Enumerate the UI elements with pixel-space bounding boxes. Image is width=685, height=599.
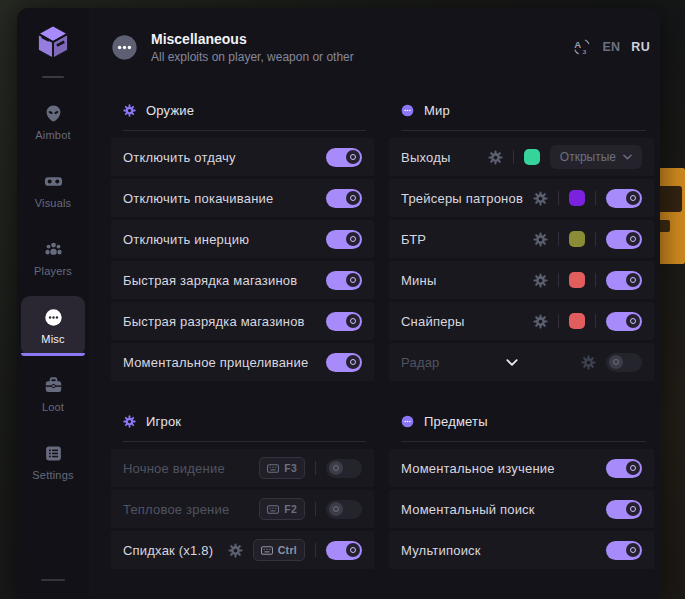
- briefcase-icon: [44, 376, 63, 395]
- language-en-button[interactable]: EN: [602, 40, 620, 54]
- separator: [315, 543, 316, 557]
- setting-row: Моментальный поиск: [389, 490, 654, 528]
- toggle-knob: [329, 461, 343, 475]
- section-title: Игрок: [146, 414, 181, 429]
- sidebar-item-loot[interactable]: Loot: [21, 364, 85, 424]
- toggle[interactable]: [326, 312, 362, 331]
- color-swatch[interactable]: [569, 272, 585, 288]
- toggle[interactable]: [606, 459, 642, 478]
- gear-icon[interactable]: [488, 150, 503, 165]
- toggle[interactable]: [606, 353, 642, 372]
- toggle[interactable]: [606, 500, 642, 519]
- color-swatch[interactable]: [569, 231, 585, 247]
- keybind-badge[interactable]: Ctrl: [253, 539, 305, 561]
- setting-label: Отключить инерцию: [123, 232, 316, 247]
- toggle[interactable]: [326, 271, 362, 290]
- keyboard-icon: [267, 464, 279, 473]
- toggle-knob: [626, 502, 640, 516]
- setting-label: Тепловое зрение: [123, 502, 249, 517]
- sidebar-item-settings[interactable]: Settings: [21, 432, 85, 492]
- toggle-knob: [626, 232, 640, 246]
- setting-row: Тепловое зрение F2: [111, 490, 374, 528]
- sidebar-item-label: Visuals: [35, 197, 72, 209]
- language-ru-button[interactable]: RU: [631, 40, 650, 54]
- section-weapon: Оружие Отключить отдачу Отключить покачи…: [111, 90, 374, 381]
- toggle[interactable]: [606, 312, 642, 331]
- sidebar-bottom-divider: [41, 579, 65, 581]
- setting-label: Мины: [401, 273, 523, 288]
- gear-icon[interactable]: [533, 314, 548, 329]
- section-title: Мир: [424, 103, 450, 118]
- toggle[interactable]: [326, 541, 362, 560]
- page-ellipsis-badge-icon: [111, 34, 138, 61]
- toggle[interactable]: [606, 189, 642, 208]
- setting-row: Мультипоиск: [389, 531, 654, 569]
- toggle[interactable]: [326, 189, 362, 208]
- gear-icon[interactable]: [533, 273, 548, 288]
- gear-icon[interactable]: [228, 543, 243, 558]
- exit-state-dropdown[interactable]: Открытые: [550, 145, 642, 169]
- app-logo-cube-icon: [31, 20, 75, 64]
- setting-row: БТР: [389, 220, 654, 258]
- toggle[interactable]: [606, 541, 642, 560]
- setting-label: Мультипоиск: [401, 543, 596, 558]
- color-swatch[interactable]: [569, 190, 585, 206]
- main-area: Miscellaneous All exploits on player, we…: [89, 8, 660, 599]
- sidebar-nav: Aimbot Visuals Players Misc Loot Set: [17, 92, 89, 500]
- sidebar-item-label: Aimbot: [35, 129, 70, 141]
- toggle-knob: [626, 543, 640, 557]
- setting-row: Быстрая разрядка магазинов: [111, 302, 374, 340]
- setting-label: БТР: [401, 232, 523, 247]
- sidebar-item-visuals[interactable]: Visuals: [21, 160, 85, 220]
- toggle-knob: [346, 543, 360, 557]
- sidebar-item-players[interactable]: Players: [21, 228, 85, 288]
- setting-row: Выходы Открытые: [389, 138, 654, 176]
- setting-row: Мины: [389, 261, 654, 299]
- sidebar-item-aimbot[interactable]: Aimbot: [21, 92, 85, 152]
- setting-label: Моментальное прицеливание: [123, 355, 316, 370]
- sidebar-item-misc[interactable]: Misc: [21, 296, 85, 356]
- toggle-knob: [609, 355, 623, 369]
- people-icon: [44, 240, 63, 259]
- expand-chevron-down-icon[interactable]: [506, 359, 518, 366]
- section-title: Предметы: [424, 414, 488, 429]
- toggle[interactable]: [606, 271, 642, 290]
- section-divider: [123, 130, 366, 131]
- section-world: Мир Выходы Открытые Трейсе: [389, 90, 654, 381]
- content-grid: Оружие Отключить отдачу Отключить покачи…: [89, 86, 660, 589]
- keybind-label: Ctrl: [278, 544, 297, 556]
- page-header: Miscellaneous All exploits on player, we…: [89, 8, 660, 86]
- setting-row: Моментальное изучение: [389, 449, 654, 487]
- toggle-knob: [346, 150, 360, 164]
- sidebar-item-label: Players: [34, 265, 72, 277]
- gear-icon[interactable]: [533, 232, 548, 247]
- toggle-knob: [329, 502, 343, 516]
- gear-icon[interactable]: [581, 355, 596, 370]
- toggle[interactable]: [326, 459, 362, 478]
- toggle[interactable]: [326, 230, 362, 249]
- keybind-badge[interactable]: F2: [259, 498, 305, 520]
- toggle-knob: [346, 273, 360, 287]
- color-swatch[interactable]: [569, 313, 585, 329]
- gear-icon[interactable]: [533, 191, 548, 206]
- setting-row: Ночное видение F3: [111, 449, 374, 487]
- column-right: Мир Выходы Открытые Трейсе: [389, 90, 654, 589]
- page-title: Miscellaneous: [151, 31, 354, 47]
- setting-label: Снайперы: [401, 314, 523, 329]
- color-swatch[interactable]: [524, 149, 540, 165]
- toggle-knob: [626, 461, 640, 475]
- toggle-knob: [346, 314, 360, 328]
- section-divider: [123, 441, 366, 442]
- vr-goggles-icon: [44, 172, 63, 191]
- toggle[interactable]: [326, 148, 362, 167]
- toggle-knob: [346, 232, 360, 246]
- keybind-badge[interactable]: F3: [259, 457, 305, 479]
- toggle[interactable]: [326, 353, 362, 372]
- toggle-knob: [346, 355, 360, 369]
- setting-label: Отключить отдачу: [123, 150, 316, 165]
- setting-label: Выходы: [401, 150, 478, 165]
- toggle[interactable]: [326, 500, 362, 519]
- setting-row: Отключить отдачу: [111, 138, 374, 176]
- page-subtitle: All exploits on player, weapon or other: [151, 50, 354, 64]
- toggle[interactable]: [606, 230, 642, 249]
